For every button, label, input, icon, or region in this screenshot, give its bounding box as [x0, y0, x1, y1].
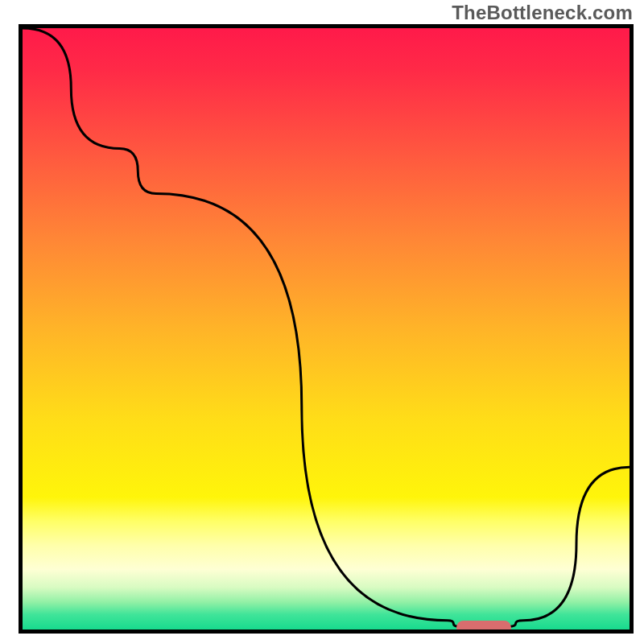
plot-frame	[19, 24, 634, 634]
attribution-label: TheBottleneck.com	[452, 2, 633, 24]
chart-container: TheBottleneck.com	[0, 0, 644, 644]
bottleneck-curve	[23, 28, 630, 630]
optimal-marker	[456, 621, 511, 634]
